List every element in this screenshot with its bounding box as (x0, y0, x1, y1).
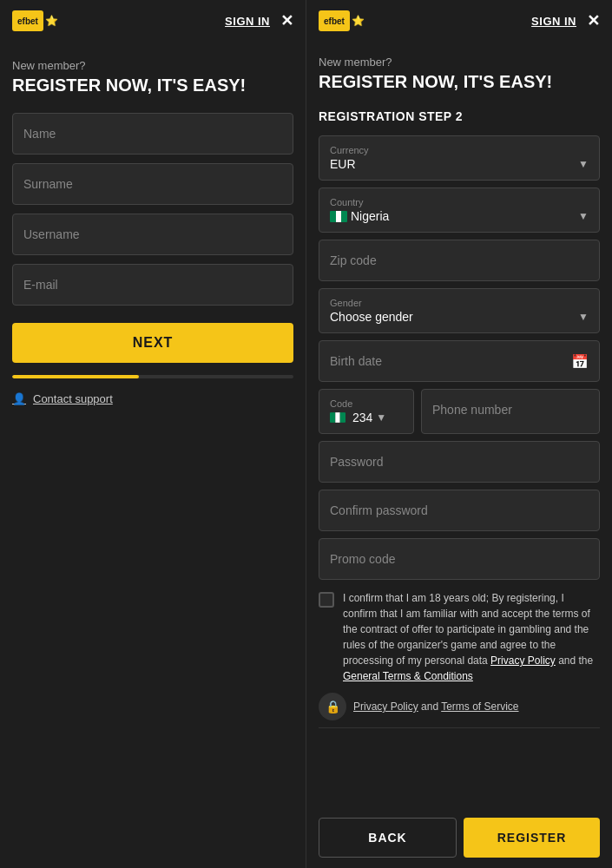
left-header: efbet ⭐ SIGN IN ✕ (0, 0, 306, 42)
left-new-member-label: New member? (12, 59, 293, 72)
svg-rect-8 (335, 412, 339, 423)
right-close-button[interactable]: ✕ (587, 11, 600, 30)
right-header: efbet ⭐ SIGN IN ✕ (306, 0, 612, 42)
privacy-row: 🔒 Privacy Policy and Terms of Service (319, 693, 600, 720)
contact-support-link[interactable]: 👤 Contact support (12, 392, 293, 405)
currency-value-row: EUR ▼ (330, 157, 589, 171)
svg-rect-6 (341, 211, 347, 222)
right-logo: efbet ⭐ (319, 10, 365, 31)
right-sign-in-link[interactable]: SIGN IN (531, 15, 576, 28)
surname-input[interactable] (23, 177, 282, 191)
right-new-member-label: New member? (319, 56, 600, 69)
birth-date-input[interactable] (330, 354, 589, 368)
step-title: REGISTRATION STEP 2 (319, 109, 600, 123)
country-field[interactable]: Country Nigeria ▼ (319, 187, 600, 233)
code-value-row: 234 ▼ (330, 411, 403, 424)
privacy-policy-link[interactable]: Privacy Policy (490, 654, 556, 667)
name-input[interactable] (23, 127, 282, 141)
svg-rect-9 (340, 412, 345, 423)
privacy-icon: 🔒 (319, 693, 346, 720)
phone-code-field[interactable]: Code 234 ▼ (319, 389, 414, 434)
bottom-buttons: BACK REGISTER (306, 807, 612, 868)
right-logo-icon: efbet (319, 10, 350, 31)
confirm-password-input[interactable] (330, 503, 589, 517)
left-close-button[interactable]: ✕ (280, 11, 293, 30)
terms-checkbox[interactable] (319, 592, 334, 608)
phone-code-value: 234 (352, 411, 372, 424)
support-icon: 👤 (12, 392, 26, 405)
birth-date-field[interactable]: 📅 (319, 340, 600, 382)
svg-text:efbet: efbet (324, 16, 345, 26)
calendar-icon[interactable]: 📅 (571, 353, 589, 370)
surname-field[interactable] (12, 163, 293, 205)
next-button[interactable]: NEXT (12, 323, 293, 363)
left-register-title: REGISTER NOW, IT'S EASY! (12, 76, 293, 95)
privacy-links: Privacy Policy and Terms of Service (353, 700, 519, 713)
contact-support-label: Contact support (33, 392, 113, 405)
left-sign-in-link[interactable]: SIGN IN (225, 15, 270, 28)
back-button[interactable]: BACK (319, 818, 457, 858)
username-input[interactable] (23, 227, 282, 241)
progress-bar (12, 375, 293, 378)
name-field[interactable] (12, 113, 293, 155)
gender-value-row: Choose gender ▼ (330, 310, 589, 324)
left-header-actions: SIGN IN ✕ (225, 11, 293, 30)
gender-value: Choose gender (330, 310, 413, 324)
code-label: Code (330, 398, 403, 409)
logo-star-left: ⭐ (45, 15, 58, 27)
left-panel: efbet ⭐ SIGN IN ✕ New member? REGISTER N… (0, 0, 306, 868)
register-button[interactable]: REGISTER (464, 818, 600, 858)
flag-nigeria-phone-icon (330, 412, 345, 423)
country-value-row: Nigeria ▼ (330, 209, 589, 223)
phone-number-field[interactable] (421, 389, 600, 434)
currency-field[interactable]: Currency EUR ▼ (319, 135, 600, 181)
gender-field[interactable]: Gender Choose gender ▼ (319, 288, 600, 333)
email-field[interactable] (12, 264, 293, 306)
zip-code-field[interactable] (319, 240, 600, 281)
terms-text: I confirm that I am 18 years old; By reg… (343, 590, 600, 684)
terms-of-service-link[interactable]: Terms of Service (441, 700, 518, 713)
phone-row: Code 234 ▼ (319, 389, 600, 434)
zip-code-input[interactable] (330, 253, 589, 267)
promo-code-field[interactable] (319, 538, 600, 580)
gender-label: Gender (330, 298, 589, 308)
right-header-actions: SIGN IN ✕ (531, 11, 600, 30)
country-label: Country (330, 197, 589, 207)
country-value-with-flag: Nigeria (330, 209, 389, 223)
right-panel: efbet ⭐ SIGN IN ✕ New member? REGISTER N… (306, 0, 612, 868)
flag-nigeria-icon (330, 211, 347, 222)
gender-chevron-icon: ▼ (578, 311, 589, 323)
privacy-policy-link2[interactable]: Privacy Policy (353, 700, 418, 713)
logo-icon: efbet (12, 10, 43, 31)
country-value: Nigeria (351, 209, 389, 223)
username-field[interactable] (12, 214, 293, 255)
confirm-password-field[interactable] (319, 490, 600, 531)
svg-text:efbet: efbet (17, 16, 39, 26)
email-input[interactable] (23, 278, 282, 292)
promo-code-input[interactable] (330, 552, 589, 566)
country-chevron-icon: ▼ (578, 210, 589, 222)
right-content: New member? REGISTER NOW, IT'S EASY! REG… (306, 42, 612, 807)
currency-label: Currency (330, 145, 589, 155)
password-input[interactable] (330, 455, 589, 469)
divider (319, 727, 600, 728)
general-terms-link[interactable]: General Terms & Conditions (343, 670, 473, 682)
svg-rect-7 (330, 412, 335, 423)
currency-chevron-icon: ▼ (578, 158, 589, 170)
svg-rect-4 (330, 211, 336, 222)
progress-fill (12, 375, 139, 378)
right-register-title: REGISTER NOW, IT'S EASY! (319, 72, 600, 92)
left-content: New member? REGISTER NOW, IT'S EASY! NEX… (0, 42, 306, 868)
right-logo-star: ⭐ (352, 15, 365, 27)
phone-number-input[interactable] (432, 403, 589, 417)
terms-checkbox-row: I confirm that I am 18 years old; By reg… (319, 590, 600, 684)
password-field[interactable] (319, 441, 600, 483)
svg-rect-5 (336, 211, 341, 222)
left-logo: efbet ⭐ (12, 10, 58, 31)
phone-code-chevron-icon: ▼ (376, 411, 386, 424)
currency-value: EUR (330, 157, 356, 171)
